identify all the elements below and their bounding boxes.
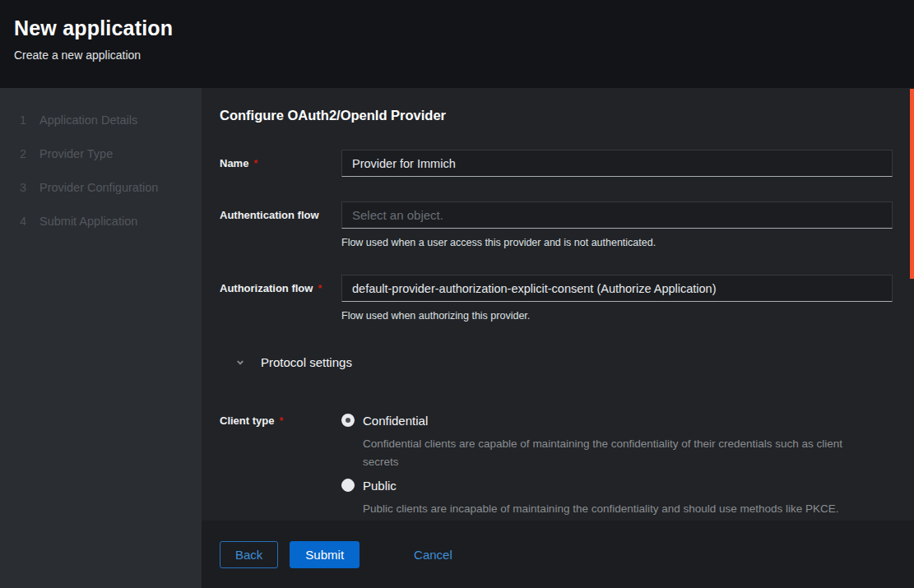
authorization-flow-label: Authorization flow* <box>220 275 341 294</box>
name-input[interactable] <box>341 150 893 177</box>
wizard-step-submit-application[interactable]: 4 Submit Application <box>20 215 202 228</box>
required-asterisk: * <box>279 415 283 427</box>
step-label: Submit Application <box>39 215 137 228</box>
authorization-flow-input[interactable] <box>341 275 893 302</box>
authorization-flow-help: Flow used when authorizing this provider… <box>341 309 893 322</box>
authentication-flow-row: Authentication flow Flow used when a use… <box>220 201 893 249</box>
wizard-step-provider-configuration[interactable]: 3 Provider Configuration <box>20 181 202 194</box>
wizard-main-panel: Configure OAuth2/OpenId Provider Name* A… <box>202 88 914 588</box>
radio-public-description: Public clients are incapable of maintain… <box>363 500 839 518</box>
chevron-down-icon <box>235 358 245 368</box>
wizard-footer: Back Submit Cancel <box>202 521 914 588</box>
radio-confidential-label[interactable]: Confidential <box>363 412 844 429</box>
step-number: 3 <box>20 181 39 194</box>
step-number: 4 <box>20 215 39 228</box>
step-label: Provider Type <box>39 147 113 160</box>
authentication-flow-help: Flow used when a user access this provid… <box>341 236 893 249</box>
page-header: New application Create a new application <box>0 0 914 88</box>
page-subtitle: Create a new application <box>14 49 901 62</box>
protocol-settings-toggle[interactable]: Protocol settings <box>220 355 893 369</box>
step-number: 1 <box>20 113 39 127</box>
radio-confidential-description: Confidential clients are capable of main… <box>363 435 844 470</box>
client-type-label: Client type* <box>220 412 341 427</box>
step-label: Application Details <box>39 113 137 127</box>
protocol-settings-label: Protocol settings <box>261 355 352 369</box>
wizard-steps-nav: 1 Application Details 2 Provider Type 3 … <box>0 88 202 588</box>
radio-public-control[interactable] <box>341 479 355 492</box>
authentication-flow-input[interactable] <box>341 201 893 229</box>
name-field-row: Name* <box>220 150 893 177</box>
radio-option-public[interactable]: Public Public clients are incapable of m… <box>341 477 893 518</box>
page-title: New application <box>14 16 901 40</box>
wizard-step-application-details[interactable]: 1 Application Details <box>20 113 202 127</box>
radio-confidential-control[interactable] <box>341 414 355 427</box>
client-type-options: Confidential Confidential clients are ca… <box>341 412 893 518</box>
radio-option-confidential[interactable]: Confidential Confidential clients are ca… <box>341 412 893 470</box>
client-type-row: Client type* Confidential Confidential c… <box>220 412 893 518</box>
wizard-step-provider-type[interactable]: 2 Provider Type <box>20 147 202 160</box>
authentication-flow-label: Authentication flow <box>220 201 341 221</box>
step-number: 2 <box>20 147 39 160</box>
name-label: Name* <box>220 150 341 169</box>
required-asterisk: * <box>318 283 322 294</box>
authorization-flow-row: Authorization flow* Flow used when autho… <box>220 275 893 322</box>
step-label: Provider Configuration <box>39 181 158 194</box>
required-asterisk: * <box>253 158 257 169</box>
cancel-button[interactable]: Cancel <box>414 548 452 562</box>
form-heading: Configure OAuth2/OpenId Provider <box>220 108 893 123</box>
scrollbar-thumb[interactable] <box>910 89 914 279</box>
radio-public-label[interactable]: Public <box>363 477 839 494</box>
provider-form: Configure OAuth2/OpenId Provider Name* A… <box>202 88 914 521</box>
back-button[interactable]: Back <box>220 541 278 568</box>
submit-button[interactable]: Submit <box>290 541 360 568</box>
